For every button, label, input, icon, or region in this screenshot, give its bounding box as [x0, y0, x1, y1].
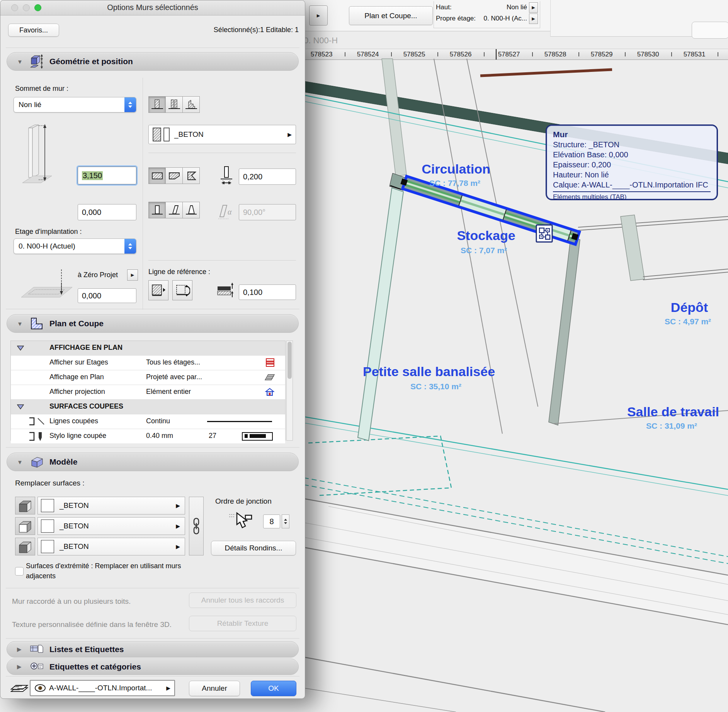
thickness-input[interactable]: 0,200: [239, 169, 296, 185]
profile-trapezoid-button[interactable]: [182, 202, 200, 218]
roof-trim-note: Mur raccordé à un ou plusieurs toits.: [12, 597, 131, 606]
cancel-button[interactable]: Annuler: [189, 681, 240, 696]
model-section-icon: [29, 455, 45, 469]
reference-offset-input[interactable]: 0,100: [239, 284, 296, 300]
room-area-label: SC : 4,97 m²: [665, 317, 711, 326]
surface-swatch: [41, 499, 54, 512]
disclosure-open-icon[interactable]: ▼: [17, 320, 24, 327]
plan-attributes-table: AFFICHAGE EN PLAN Afficher sur EtagesTou…: [10, 341, 286, 441]
layers-icon[interactable]: [10, 679, 28, 695]
section-geometry[interactable]: ▼ Géométrie et position: [7, 52, 299, 71]
profile-straight-button[interactable]: [148, 202, 166, 218]
table-scrollbar[interactable]: [286, 341, 293, 441]
wall-base-offset-input[interactable]: 0,000: [78, 204, 136, 220]
room-label: Stockage: [457, 228, 515, 243]
table-group-row[interactable]: AFFICHAGE EN PLAN: [11, 341, 285, 356]
table-group-row[interactable]: SURFACES COUPEES: [11, 400, 285, 414]
linetype-preview: [207, 421, 272, 422]
disclosure-closed-icon[interactable]: ▶: [17, 663, 24, 670]
group-disclosure-icon[interactable]: [17, 404, 24, 411]
favorites-button[interactable]: Favoris...: [8, 24, 59, 37]
project-zero-input[interactable]: 0,000: [78, 288, 136, 303]
dialog-title: Options Murs sélectionnés: [0, 3, 305, 12]
reference-line-side-button[interactable]: [148, 280, 168, 300]
end-shape-slant-button[interactable]: [165, 167, 183, 184]
wall-height-diagram: [22, 121, 74, 185]
section-model[interactable]: ▼ Modèle: [7, 453, 299, 471]
eye-icon: [34, 684, 46, 692]
disclosure-open-icon[interactable]: ▼: [17, 459, 24, 465]
stepper-icon[interactable]: [124, 97, 136, 112]
arrow-right-icon: ▶: [176, 543, 180, 550]
section-title: Géométrie et position: [49, 57, 133, 66]
geometry-section-icon: [29, 54, 45, 69]
arrow-right-icon: ▶: [176, 502, 180, 509]
section-title: Listes et Etiquettes: [49, 645, 124, 654]
wall-gray: [549, 237, 580, 425]
entire-element-icon: [264, 387, 275, 399]
wall-type-straight-button[interactable]: [148, 96, 166, 113]
lists-section-icon: [29, 644, 45, 655]
junction-order-icon: [226, 511, 253, 531]
arrow-right-icon: ▶: [131, 273, 134, 278]
end-surfaces-checkbox-label[interactable]: Surfaces d'extrémité : Remplacer en util…: [26, 561, 211, 581]
end-shape-notch-button[interactable]: [182, 167, 200, 184]
arrow-right-icon: ▶: [176, 523, 180, 529]
wall-crossing: [382, 59, 407, 176]
structure-select[interactable]: _BETON ▶: [148, 125, 296, 144]
log-details-button[interactable]: Détails Rondins...: [211, 541, 296, 555]
end-shape-flat-button[interactable]: [148, 167, 166, 184]
section-tags[interactable]: ▶ Etiquettes et catégories: [7, 659, 299, 675]
project-zero-flyout-button[interactable]: ▶: [127, 269, 138, 281]
show-on-stories-icon: [265, 358, 275, 369]
room-label: Petite salle banalisée: [363, 364, 495, 379]
surface-override-select[interactable]: _BETON ▶: [37, 497, 185, 514]
dialog-titlebar[interactable]: Options Murs sélectionnés: [0, 0, 305, 15]
layer-select[interactable]: A-WALL-____-OTLN.Importat... ▶: [30, 680, 175, 696]
ok-button[interactable]: OK: [251, 681, 296, 696]
table-row[interactable]: Afficher sur EtagesTous les étages...: [11, 356, 285, 370]
table-row[interactable]: Affichage en PlanProjeté avec par...: [11, 370, 285, 385]
pen-color-preview: [242, 432, 273, 441]
surface-override-select[interactable]: _BETON ▶: [37, 517, 185, 535]
wall-type-complex-button[interactable]: [182, 96, 200, 113]
section-title: Etiquettes et catégories: [49, 662, 141, 671]
section-title: Plan et Coupe: [49, 319, 104, 328]
room-label: Dépôt: [671, 300, 708, 315]
room-area-label: SC : 7,07 m²: [461, 246, 507, 255]
tags-section-icon: [29, 661, 45, 673]
surface-face-inside-icon[interactable]: [15, 538, 35, 555]
disclosure-open-icon[interactable]: ▼: [17, 58, 24, 65]
base-plane-diagram: [20, 267, 74, 301]
surface-face-outside-icon[interactable]: [15, 517, 35, 535]
stepper-icon[interactable]: [124, 239, 136, 254]
group-disclosure-icon[interactable]: [17, 345, 24, 352]
wall-type-double-button[interactable]: [165, 96, 183, 113]
wall-height-input[interactable]: 3,150: [78, 167, 136, 184]
profile-slanted-button[interactable]: [165, 202, 183, 218]
surface-swatch: [41, 520, 54, 533]
multi-element-badge-icon: [536, 225, 552, 242]
junction-order-input[interactable]: 8: [263, 514, 280, 528]
home-story-label: Etage d'implantation :: [15, 228, 82, 236]
table-row[interactable]: Afficher projectionElément entier: [11, 385, 285, 400]
surface-face-reference-icon[interactable]: [15, 497, 35, 514]
custom-texture-note: Texture personnalisée définie dans la fe…: [12, 620, 172, 629]
room-area-label: SC : 77,78 m²: [429, 179, 480, 188]
section-plan-coupe[interactable]: ▼ Plan et Coupe: [7, 314, 299, 333]
tooltip-title: Mur: [553, 129, 711, 140]
wall-top-select[interactable]: Non lié: [14, 97, 136, 112]
home-story-select[interactable]: 0. N00-H (Actuel): [14, 238, 136, 254]
table-row[interactable]: Stylo ligne coupée0.40 mm 27: [11, 429, 285, 443]
table-row[interactable]: Lignes coupéesContinu: [11, 414, 285, 429]
surface-override-select[interactable]: _BETON ▶: [37, 538, 185, 555]
link-surfaces-button[interactable]: [189, 497, 204, 555]
reset-texture-button: Rétablir Texture: [189, 616, 296, 631]
junction-order-stepper[interactable]: [282, 514, 289, 528]
reference-line-flip-button[interactable]: [172, 280, 192, 300]
room-area-label: SC : 31,09 m²: [646, 421, 697, 431]
section-lists[interactable]: ▶ Listes et Etiquettes: [7, 641, 299, 657]
selection-status: Sélectionné(s):1 Editable: 1: [214, 26, 299, 34]
disclosure-closed-icon[interactable]: ▶: [17, 646, 24, 653]
end-surfaces-checkbox[interactable]: [15, 567, 24, 576]
